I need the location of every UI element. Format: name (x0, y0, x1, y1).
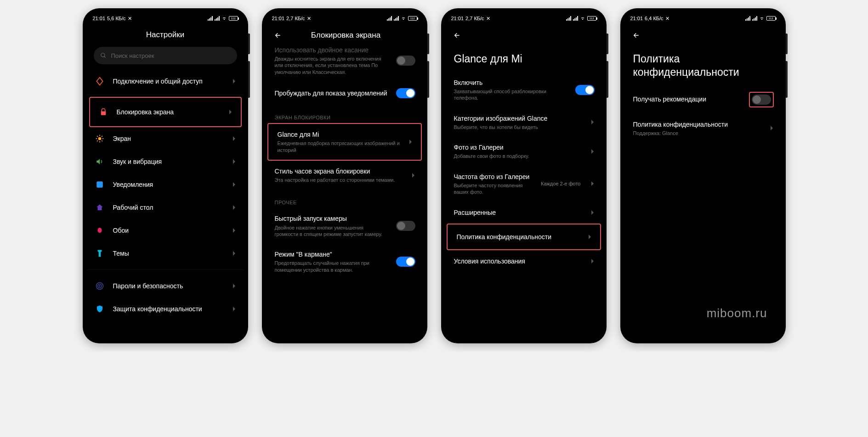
item-gallery-photos[interactable]: Фото из Галереи Добавьте свои фото в под… (445, 137, 603, 166)
screen-glance: 21:01 2,7 КБ/с ✕ 112 Glance для Mi Включ… (445, 12, 603, 340)
volume-icon (95, 157, 105, 167)
vibrate-icon: ✕ (486, 16, 490, 22)
header (445, 25, 603, 42)
chevron-right-icon (233, 306, 236, 312)
battery-icon: 112 (766, 16, 776, 21)
signal-icon (387, 16, 392, 21)
chevron-right-icon (233, 228, 236, 233)
item-sound[interactable]: Звук и вибрация (86, 150, 244, 173)
toggle-pocket[interactable] (396, 257, 415, 267)
wifi-icon (580, 16, 585, 21)
toggle-wake[interactable] (396, 88, 415, 98)
themes-icon (95, 248, 105, 258)
wifi-icon (759, 16, 765, 21)
item-enable[interactable]: Включить Захватывающий способ разблокиро… (445, 72, 603, 108)
item-display[interactable]: Экран (86, 127, 244, 150)
status-time: 21:01 (630, 16, 643, 21)
item-double-tap[interactable]: Использовать двойное касание Дважды косн… (266, 46, 424, 82)
chevron-right-icon (588, 234, 592, 240)
screen-settings: 21:01 5,6 КБ/с ✕ 112 Настройки Поиск нас… (86, 12, 244, 340)
page-title: Glance для Mi (445, 42, 603, 72)
status-speed: 5,6 КБ/с (107, 16, 126, 21)
signal-icon-2 (573, 16, 578, 21)
item-passwords[interactable]: Пароли и безопасность (86, 275, 244, 297)
item-frequency[interactable]: Частота фото из Галереи Выберите частоту… (445, 166, 603, 202)
item-privacy-policy[interactable]: Политика конфиденциальности Поддержка: G… (624, 114, 782, 143)
wallpaper-icon (95, 225, 105, 235)
toggle-double-tap[interactable] (396, 56, 415, 66)
chevron-right-icon (770, 125, 774, 131)
chevron-right-icon (233, 78, 236, 84)
svg-point-2 (98, 137, 101, 140)
vibrate-icon: ✕ (128, 16, 132, 22)
header: Настройки (86, 25, 244, 45)
toggle-camera[interactable] (396, 221, 415, 231)
chevron-right-icon (591, 258, 595, 264)
back-button[interactable] (273, 30, 283, 40)
item-quick-camera[interactable]: Быстрый запуск камеры Двойное нажатие кн… (266, 208, 424, 244)
brightness-icon (95, 134, 105, 144)
item-categories[interactable]: Категории изображений Glance Выберите, ч… (445, 108, 603, 137)
page-title: Блокировка экрана (294, 31, 416, 40)
item-terms[interactable]: Условия использования (445, 250, 603, 272)
search-icon (100, 52, 107, 59)
vibrate-icon: ✕ (307, 16, 311, 22)
toggle-recommendations[interactable] (752, 95, 771, 105)
svg-line-1 (104, 56, 105, 58)
chevron-right-icon (591, 119, 595, 125)
lock-icon (98, 107, 108, 117)
chevron-right-icon (412, 173, 415, 178)
search-input[interactable]: Поиск настроек (94, 47, 237, 64)
status-time: 21:01 (272, 16, 285, 21)
phone-frame-3: 21:01 2,7 КБ/с ✕ 112 Glance для Mi Включ… (441, 8, 607, 343)
signal-icon (745, 16, 750, 21)
back-button[interactable] (631, 30, 641, 40)
page-title: Политика конфиденциальности (624, 42, 782, 85)
item-glance[interactable]: Glance для Mi Ежедневная подборка потряс… (268, 124, 421, 160)
item-recommendations[interactable]: Получать рекомендации (624, 85, 782, 114)
svg-rect-11 (96, 181, 103, 188)
chevron-right-icon (233, 205, 236, 210)
chevron-right-icon (233, 136, 236, 141)
item-notifications[interactable]: Уведомления (86, 173, 244, 196)
item-privacy-policy[interactable]: Политика конфиденциальности (448, 224, 600, 249)
item-connection[interactable]: Подключение и общий доступ (86, 70, 244, 93)
status-bar: 21:01 2,7 КБ/с ✕ 112 (445, 12, 603, 25)
item-wake-notifications[interactable]: Пробуждать для показа уведомлений (266, 82, 424, 105)
svg-line-10 (102, 136, 102, 137)
battery-icon: 112 (408, 16, 417, 21)
notifications-icon (95, 179, 105, 190)
back-button[interactable] (452, 30, 462, 40)
status-speed: 2,7 КБ/с (465, 16, 484, 21)
item-clock-style[interactable]: Стиль часов экрана блокировки Эта настро… (266, 161, 424, 190)
signal-icon-2 (394, 16, 399, 21)
chevron-right-icon (233, 159, 236, 164)
item-wallpaper[interactable]: Обои (86, 219, 244, 242)
highlight-privacy: Политика конфиденциальности (447, 224, 601, 250)
item-lockscreen[interactable]: Блокировка экрана (90, 98, 241, 126)
status-bar: 21:01 6,4 КБ/с ✕ 112 (624, 12, 782, 25)
section-other: ПРОЧЕЕ (266, 190, 424, 208)
signal-icon (566, 16, 571, 21)
item-advanced[interactable]: Расширенные (445, 202, 603, 224)
toggle-enable[interactable] (575, 85, 595, 95)
chevron-right-icon (229, 109, 233, 115)
item-privacy[interactable]: Защита конфиденциальности (86, 297, 244, 320)
search-placeholder: Поиск настроек (111, 52, 154, 59)
svg-line-7 (97, 136, 98, 137)
svg-point-0 (101, 53, 104, 57)
highlight-toggle (749, 92, 774, 107)
chevron-right-icon (233, 283, 236, 289)
header: Блокировка экрана (266, 25, 424, 46)
fingerprint-icon (95, 281, 105, 291)
item-home[interactable]: Рабочий стол (86, 196, 244, 219)
signal-icon-2 (215, 16, 220, 21)
status-speed: 2,7 КБ/с (286, 16, 305, 21)
status-time: 21:01 (451, 16, 464, 21)
item-themes[interactable]: Темы (86, 242, 244, 265)
svg-line-8 (102, 140, 102, 141)
wifi-icon (221, 16, 227, 21)
status-right-icons: 112 (387, 16, 417, 21)
status-time: 21:01 (93, 16, 106, 21)
item-pocket-mode[interactable]: Режим "В кармане" Предотвращать случайны… (266, 244, 424, 280)
